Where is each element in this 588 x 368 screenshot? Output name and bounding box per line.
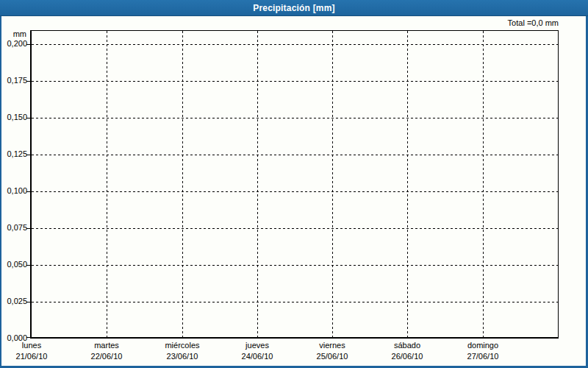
x-day-label: viernes25/06/10 [294, 340, 370, 362]
window-title: Precipitación [mm] [253, 3, 335, 13]
x-grid-line [407, 31, 408, 337]
x-grid-line [332, 31, 333, 337]
y-tick-label: 0,025 [7, 297, 27, 306]
date-label: 27/06/10 [445, 351, 521, 362]
weekday-label: domingo [445, 340, 521, 351]
y-tick-label: 0,150 [7, 113, 27, 122]
y-grid-line [32, 191, 558, 192]
x-day-label: lunes21/06/10 [0, 340, 70, 362]
y-tick-label: 0,050 [7, 260, 27, 269]
date-label: 26/06/10 [369, 351, 445, 362]
y-grid-line [32, 265, 558, 266]
x-day-label: jueves24/06/10 [219, 340, 295, 362]
weekday-label: viernes [294, 340, 370, 351]
y-grid-line [32, 118, 558, 118]
date-label: 22/06/10 [68, 351, 145, 362]
weekday-label: miércoles [144, 340, 220, 351]
total-precipitation-label: Total =0,0 mm [508, 18, 559, 27]
date-label: 25/06/10 [294, 351, 370, 362]
date-label: 21/06/10 [0, 351, 70, 362]
plot-area [30, 30, 559, 339]
y-grid-line [32, 44, 558, 45]
x-grid-line [257, 31, 258, 337]
y-grid-line [32, 155, 558, 155]
weekday-label: jueves [219, 340, 295, 351]
x-day-label: miércoles23/06/10 [144, 340, 220, 362]
y-grid-line [32, 228, 558, 229]
y-tick-label: 0,175 [7, 76, 27, 85]
weekday-label: sábado [369, 340, 445, 351]
date-label: 24/06/10 [219, 351, 295, 362]
y-grid-line [32, 302, 558, 302]
y-tick-label: 0,200 [7, 39, 27, 49]
y-tick-label: 0,075 [7, 223, 27, 233]
x-grid-line [483, 31, 484, 337]
x-grid-line [182, 31, 183, 337]
y-tick-label: 0,100 [7, 186, 27, 196]
x-grid-line [107, 31, 107, 337]
window-titlebar: Precipitación [mm] [0, 0, 588, 16]
chart-window: Precipitación [mm] Total =0,0 mm mm 0,00… [0, 0, 588, 368]
weekday-label: lunes [0, 340, 70, 351]
date-label: 23/06/10 [144, 351, 220, 362]
x-day-label: sábado26/06/10 [369, 340, 445, 362]
y-axis-unit-label: mm [13, 29, 26, 38]
y-tick-label: 0,125 [7, 149, 27, 159]
x-day-label: domingo27/06/10 [445, 340, 521, 362]
y-grid-line [32, 81, 558, 82]
x-day-label: martes22/06/10 [68, 340, 145, 362]
weekday-label: martes [68, 340, 145, 351]
